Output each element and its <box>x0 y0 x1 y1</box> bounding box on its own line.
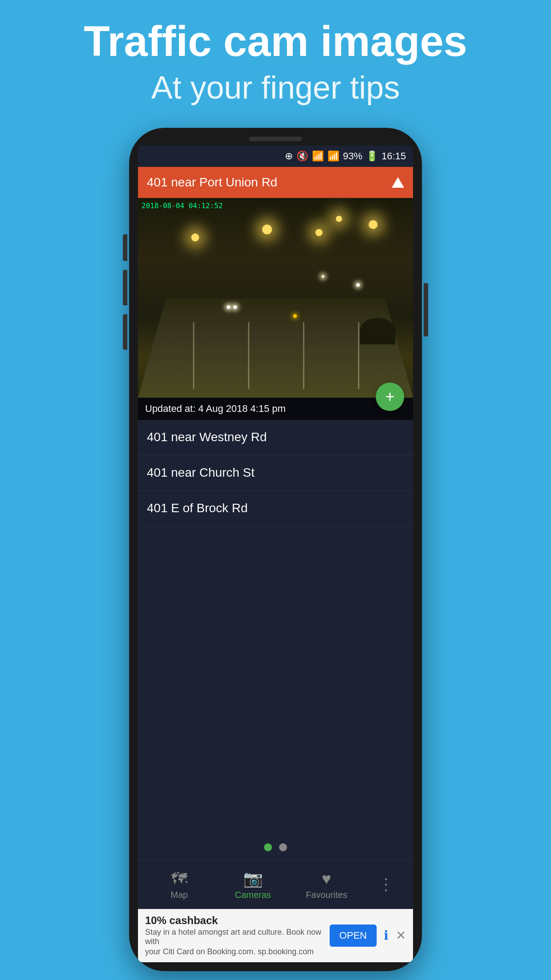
nav-cameras-label: Cameras <box>235 890 271 900</box>
phone-volume-btn-1 <box>123 234 127 261</box>
ad-open-button[interactable]: OPEN <box>330 925 377 947</box>
car-light-1 <box>227 305 230 309</box>
ad-title: 10% cashback <box>145 914 323 927</box>
page-dot-1[interactable] <box>264 843 272 851</box>
phone-power-btn <box>424 283 428 336</box>
status-bar: ⊕ 🔇 📶 📶 93% 🔋 16:15 <box>138 146 413 167</box>
map-icon: 🗺 <box>171 869 187 888</box>
battery-percent: 93% <box>343 150 362 162</box>
cam-timestamp: 2018-08-04 04:12:52 <box>142 202 223 210</box>
bottom-navigation: 🗺 Map 📷 Cameras ♥ Favourites ⋮ <box>138 860 413 909</box>
ad-banner: 10% cashback Stay in a hotel amongst art… <box>138 909 413 962</box>
camera-icon: 📷 <box>243 869 263 888</box>
car-light-2 <box>233 305 237 309</box>
nav-favourites[interactable]: ♥ Favourites <box>304 869 349 900</box>
ad-subtitle2: your Citi Card on Booking.com. sp.bookin… <box>145 947 323 956</box>
camera-image[interactable]: 2018-08-04 04:12:52 <box>138 198 413 398</box>
update-text: Updated at: 4 Aug 2018 4:15 pm <box>145 403 286 415</box>
ad-close-button[interactable]: ✕ <box>396 928 406 943</box>
phone-screen: ⊕ 🔇 📶 📶 93% 🔋 16:15 401 near Port Union … <box>138 146 413 962</box>
battery-icon: 🔋 <box>366 150 378 162</box>
signal-icon: 📶 <box>327 150 339 162</box>
street-light-4 <box>369 220 378 229</box>
pagination-indicator <box>138 834 413 860</box>
street-light-5 <box>336 216 342 222</box>
phone-speaker <box>249 137 302 141</box>
more-options-button[interactable]: ⋮ <box>378 875 394 894</box>
wifi-icon: 📶 <box>312 150 324 162</box>
street-light-3 <box>315 229 323 236</box>
phone-volume-btn-2 <box>123 270 127 305</box>
app-header: Traffic cam images At your finger tips <box>0 0 551 115</box>
street-light-1 <box>191 233 199 241</box>
tree-silhouette <box>360 318 395 344</box>
add-camera-fab[interactable]: + <box>376 383 404 411</box>
list-item-church[interactable]: 401 near Church St <box>138 455 413 491</box>
nav-map[interactable]: 🗺 Map <box>157 869 201 900</box>
list-item-westney[interactable]: 401 near Westney Rd <box>138 420 413 455</box>
camera-location-title: 401 near Port Union Rd <box>147 175 277 190</box>
collapse-triangle-icon[interactable] <box>392 177 404 188</box>
mute-icon: 🔇 <box>296 150 308 162</box>
cam-scene-graphic: 2018-08-04 04:12:52 <box>138 198 413 398</box>
phone-volume-btn-3 <box>123 314 127 350</box>
camera-image-container: 2018-08-04 04:12:52 + <box>138 198 413 398</box>
update-info-bar: Updated at: 4 Aug 2018 4:15 pm <box>138 398 413 420</box>
car-light-3 <box>293 314 297 318</box>
nav-map-label: Map <box>171 890 188 900</box>
list-item-brock[interactable]: 401 E of Brock Rd <box>138 491 413 526</box>
page-title: Traffic cam images <box>0 18 551 65</box>
clock: 16:15 <box>382 150 406 162</box>
nav-cameras[interactable]: 📷 Cameras <box>231 869 275 900</box>
ad-content: 10% cashback Stay in a hotel amongst art… <box>145 914 323 956</box>
street-light-2 <box>262 225 272 234</box>
camera-header-bar: 401 near Port Union Rd <box>138 167 413 198</box>
page-subtitle: At your finger tips <box>0 69 551 106</box>
phone-mockup: ⊕ 🔇 📶 📶 93% 🔋 16:15 401 near Port Union … <box>129 128 422 971</box>
car-light-4 <box>356 283 360 287</box>
ad-subtitle: Stay in a hotel amongst art and culture.… <box>145 928 323 946</box>
page-dot-2[interactable] <box>279 843 287 851</box>
car-light-5 <box>322 275 324 278</box>
nav-favourites-label: Favourites <box>306 890 347 900</box>
heart-icon: ♥ <box>322 869 331 888</box>
ad-info-icon[interactable]: ℹ <box>384 928 389 943</box>
add-icon: ⊕ <box>285 150 293 162</box>
